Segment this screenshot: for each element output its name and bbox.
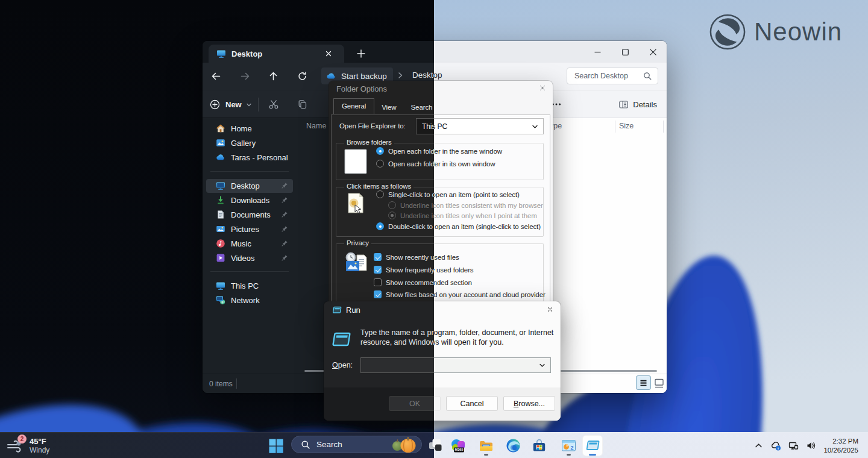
taskbar-search[interactable]: Search	[291, 436, 422, 453]
sidebar-separator	[210, 271, 289, 272]
open-to-combobox[interactable]: This PC	[416, 118, 544, 134]
sidebar-item-label: This PC	[231, 281, 293, 290]
run-title-icon	[332, 305, 342, 315]
tab-close-icon[interactable]	[324, 49, 333, 58]
explorer-tab-desktop[interactable]: Desktop	[209, 45, 344, 63]
column-divider[interactable]	[663, 121, 664, 133]
tab-general[interactable]: General	[333, 98, 374, 114]
icons-view-toggle[interactable]	[654, 378, 664, 389]
sidebar-item-this-pc[interactable]: This PC	[206, 279, 293, 293]
cut-button[interactable]	[268, 99, 279, 110]
pin-icon	[280, 254, 288, 262]
system-tray: 2:32 PM 10/26/2025	[753, 433, 868, 458]
m365-copilot-icon[interactable]: M365	[451, 438, 466, 453]
run-close-icon[interactable]	[546, 305, 555, 314]
details-pane-button[interactable]: Details	[618, 96, 657, 113]
folder-options-close-icon[interactable]	[538, 83, 547, 93]
up-button[interactable]	[268, 71, 278, 81]
copy-button[interactable]	[297, 99, 308, 110]
sidebar-item-pictures[interactable]: Pictures	[206, 222, 293, 236]
running-indicator	[567, 454, 571, 456]
checkbox-checked-icon	[374, 290, 382, 298]
sidebar-separator	[210, 171, 289, 172]
column-header-size[interactable]: Size	[619, 122, 634, 130]
sidebar-item-home[interactable]: Home	[206, 122, 293, 136]
svg-text:2: 2	[570, 445, 573, 451]
tray-chevron-up-icon[interactable]	[753, 441, 764, 451]
radio-off-icon	[376, 160, 384, 168]
sidebar-item-gallery[interactable]: Gallery	[206, 136, 293, 150]
new-button[interactable]: New	[210, 96, 252, 113]
cancel-button[interactable]: Cancel	[446, 396, 498, 411]
breadcrumb-chevron-icon	[397, 71, 404, 80]
navigation-pane: Home Gallery Taras - Personal Desktop Do…	[203, 118, 297, 374]
onedrive-tray-icon[interactable]	[771, 441, 781, 451]
radio-disabled-icon	[388, 201, 396, 209]
volume-tray-icon[interactable]	[806, 441, 816, 451]
combo-chevron-icon	[532, 124, 538, 130]
start-backup-label: Start backup	[341, 72, 387, 81]
details-pane-icon	[618, 99, 629, 110]
sidebar-item-onedrive[interactable]: Taras - Personal	[206, 151, 293, 165]
new-plus-icon	[210, 99, 220, 110]
ok-button[interactable]: OK	[389, 396, 441, 411]
videos-icon	[216, 253, 225, 263]
weather-temperature: 45°F	[30, 437, 49, 446]
tab-title: Desktop	[231, 49, 262, 58]
sidebar-item-music[interactable]: Music	[206, 237, 293, 251]
run-combo-chevron-icon	[539, 362, 546, 369]
details-pane-label: Details	[633, 100, 657, 109]
minimize-button[interactable]	[583, 41, 611, 63]
network-tray-icon[interactable]	[788, 441, 799, 451]
pictures-icon	[216, 224, 225, 234]
column-divider[interactable]	[615, 121, 615, 133]
sidebar-item-label: Taras - Personal	[231, 153, 293, 162]
clock-date: 10/26/2025	[823, 446, 858, 455]
sidebar-item-network[interactable]: Network	[206, 293, 293, 307]
music-icon	[216, 239, 225, 248]
pin-icon	[280, 196, 288, 204]
close-button[interactable]	[639, 41, 667, 63]
sidebar-item-label: Videos	[231, 254, 280, 263]
chevron-down-icon	[246, 102, 252, 108]
details-view-icon	[639, 378, 648, 387]
desktop-tab-icon	[216, 49, 226, 58]
checkbox-unchecked-icon	[374, 278, 382, 286]
tab-view[interactable]: View	[374, 101, 403, 114]
details-view-toggle[interactable]	[636, 375, 651, 390]
sidebar-item-documents[interactable]: Documents	[206, 208, 293, 222]
active-app-run[interactable]	[582, 435, 603, 456]
new-tab-button[interactable]	[354, 47, 368, 60]
window-controls	[583, 41, 667, 63]
back-button[interactable]	[211, 71, 221, 81]
refresh-button[interactable]	[297, 71, 307, 81]
search-icon	[301, 440, 310, 450]
sidebar-item-videos[interactable]: Videos	[206, 251, 293, 265]
start-button[interactable]	[269, 439, 283, 453]
search-box[interactable]: Search Desktop	[567, 67, 658, 84]
file-explorer-icon[interactable]	[479, 438, 494, 453]
svg-text:M365: M365	[455, 448, 464, 451]
sidebar-item-label: Network	[231, 296, 293, 305]
microsoft-store-icon[interactable]	[532, 438, 547, 453]
documents-icon	[216, 210, 225, 219]
active-indicator	[589, 454, 596, 456]
browse-button[interactable]: Browse...	[503, 396, 555, 411]
edge-browser-icon[interactable]	[506, 438, 521, 453]
weather-widget[interactable]: 2 45°F Windy	[6, 434, 49, 457]
forward-button[interactable]	[240, 71, 250, 81]
sidebar-item-desktop[interactable]: Desktop	[206, 179, 293, 193]
onedrive-icon	[216, 152, 225, 162]
search-placeholder: Search Desktop	[574, 72, 643, 80]
pin-icon	[280, 240, 288, 248]
maximize-button[interactable]	[611, 41, 639, 63]
sidebar-item-downloads[interactable]: Downloads	[206, 193, 293, 207]
msconfig-icon[interactable]: 2	[561, 438, 576, 453]
new-button-label: New	[225, 100, 242, 109]
items-count: 0 items	[209, 380, 233, 388]
column-header-name[interactable]: Name	[306, 122, 326, 130]
clock[interactable]: 2:32 PM 10/26/2025	[823, 437, 858, 454]
privacy-icon	[344, 251, 368, 274]
run-title: Run	[346, 306, 360, 315]
sidebar-item-label: Home	[231, 124, 293, 133]
